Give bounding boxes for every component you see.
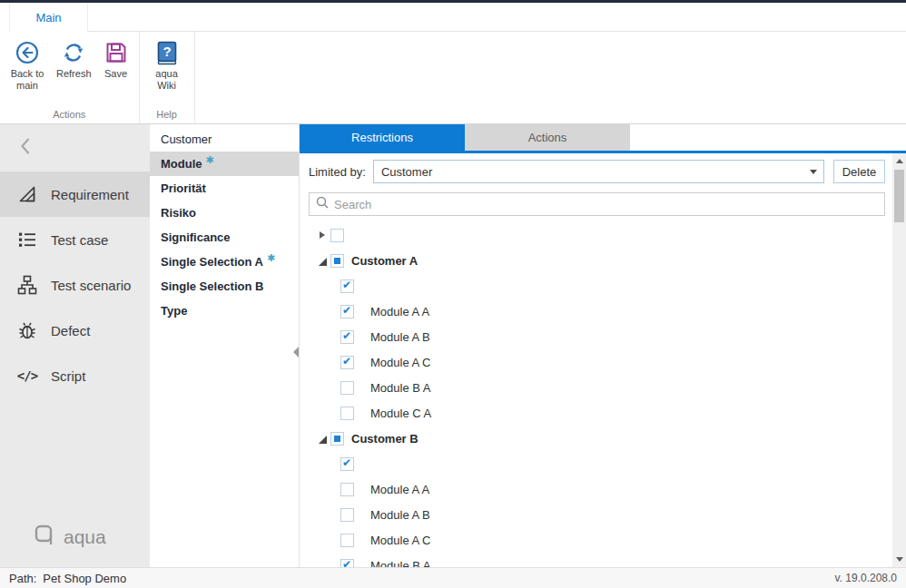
expander-spacer bbox=[326, 330, 340, 344]
tree-expanded-arrow-icon[interactable] bbox=[316, 254, 330, 268]
checkbox-checked[interactable] bbox=[340, 457, 354, 471]
tab-restrictions[interactable]: Restrictions bbox=[300, 124, 465, 151]
tree-node-label: Customer A bbox=[351, 254, 418, 268]
field-item[interactable]: Risiko bbox=[150, 201, 299, 225]
vertical-scrollbar[interactable] bbox=[892, 153, 906, 567]
tree-row[interactable]: Module B A bbox=[300, 553, 892, 567]
sidebar-collapse-button[interactable] bbox=[0, 124, 150, 172]
sidebar-item-label: Requirement bbox=[51, 187, 129, 202]
tree-row[interactable]: Module A C bbox=[300, 527, 892, 553]
field-item[interactable]: Priorität bbox=[150, 176, 299, 201]
field-item[interactable]: Type bbox=[150, 299, 299, 323]
code-icon: </> bbox=[16, 365, 38, 387]
checkbox-partial[interactable] bbox=[330, 254, 344, 268]
field-label: Priorität bbox=[161, 181, 206, 195]
tree-row[interactable]: Module A A bbox=[300, 299, 892, 324]
tab-actions[interactable]: Actions bbox=[465, 124, 630, 151]
checkbox-partial[interactable] bbox=[330, 432, 344, 446]
modified-asterisk-icon: ✱ bbox=[206, 154, 214, 166]
expander-spacer bbox=[326, 508, 340, 522]
panel-collapse-arrow[interactable] bbox=[293, 345, 302, 359]
status-bar: Path: Pet Shop Demo v. 19.0.208.0 bbox=[0, 567, 906, 588]
tree-row[interactable] bbox=[300, 451, 892, 476]
expander-spacer bbox=[326, 559, 340, 568]
tree-row[interactable]: Customer B bbox=[300, 426, 892, 451]
scroll-up-arrow[interactable] bbox=[892, 154, 906, 168]
checklist-icon bbox=[16, 229, 38, 250]
ribbon-group-label: Actions bbox=[2, 109, 137, 123]
checkbox-unchecked[interactable] bbox=[340, 407, 354, 420]
expander-spacer bbox=[326, 356, 340, 369]
scroll-thumb[interactable] bbox=[894, 170, 904, 222]
ribbon: Back to main Refresh bbox=[0, 32, 906, 124]
tree-row[interactable]: Module A B bbox=[300, 502, 892, 527]
sidebar-item-label: Test scenario bbox=[51, 278, 131, 293]
search-icon bbox=[316, 196, 329, 212]
tree-row[interactable]: Module B A bbox=[300, 375, 892, 400]
aqua-wiki-button[interactable]: ? aqua Wiki bbox=[142, 36, 192, 94]
scroll-down-arrow[interactable] bbox=[892, 553, 906, 566]
checkbox-unchecked[interactable] bbox=[340, 483, 354, 496]
restriction-tree: Customer AModule A AModule A BModule A C… bbox=[300, 222, 892, 567]
aqua-logo-text: aqua bbox=[64, 526, 106, 548]
sidebar-item-script[interactable]: </> Script bbox=[0, 353, 150, 398]
field-item[interactable]: Significance bbox=[150, 225, 299, 250]
checkbox-unchecked[interactable] bbox=[340, 508, 354, 522]
expander-spacer bbox=[326, 407, 340, 420]
sidebar-item-label: Script bbox=[51, 368, 85, 384]
tree-row[interactable]: Module A B bbox=[300, 324, 892, 349]
expander-spacer bbox=[326, 305, 340, 318]
tree-row[interactable] bbox=[300, 222, 892, 248]
tree-row[interactable]: Module A A bbox=[300, 476, 892, 502]
checkbox-unchecked[interactable] bbox=[340, 534, 354, 547]
main-tab-bar: Restrictions Actions bbox=[300, 124, 906, 151]
back-to-main-button[interactable]: Back to main bbox=[2, 36, 53, 94]
refresh-button[interactable]: Refresh bbox=[53, 36, 95, 83]
sidebar-item-test-scenario[interactable]: Test scenario bbox=[0, 262, 150, 308]
field-item[interactable]: Single Selection A✱ bbox=[150, 250, 299, 274]
tree-row[interactable] bbox=[300, 273, 892, 299]
expander-spacer bbox=[326, 534, 340, 547]
checkbox-checked[interactable] bbox=[340, 356, 354, 369]
dropdown-value: Customer bbox=[381, 165, 803, 179]
search-input[interactable] bbox=[334, 198, 878, 211]
sidebar-item-test-case[interactable]: Test case bbox=[0, 217, 150, 262]
sidebar: Requirement Test case bbox=[0, 124, 150, 567]
field-item[interactable]: Module✱ bbox=[150, 152, 299, 176]
tree-collapsed-arrow-icon[interactable] bbox=[316, 229, 330, 242]
wiki-help-icon: ? bbox=[156, 39, 178, 66]
field-label: Type bbox=[161, 304, 187, 318]
status-path: Path: Pet Shop Demo bbox=[9, 572, 126, 585]
checkbox-checked[interactable] bbox=[340, 305, 354, 318]
sidebar-item-defect[interactable]: Defect bbox=[0, 308, 150, 353]
tree-row[interactable]: Module A C bbox=[300, 349, 892, 375]
tree-row[interactable]: Module C A bbox=[300, 400, 892, 426]
checkbox-checked[interactable] bbox=[340, 279, 354, 293]
tree-row[interactable]: Customer A bbox=[300, 248, 892, 273]
limited-by-dropdown[interactable]: Customer bbox=[373, 160, 824, 183]
field-item[interactable]: Customer bbox=[150, 127, 299, 152]
save-button[interactable]: Save bbox=[95, 36, 137, 83]
main-panel: Restrictions Actions Limited by: Custome… bbox=[300, 124, 906, 567]
tree-node-label: Module B A bbox=[370, 381, 431, 395]
field-label: Significance bbox=[161, 230, 231, 244]
ribbon-group-actions: Back to main Refresh bbox=[0, 32, 140, 123]
tree-node-label: Customer B bbox=[351, 432, 419, 446]
version-label: v. 19.0.208.0 bbox=[835, 572, 898, 584]
field-item[interactable]: Single Selection B bbox=[150, 274, 299, 299]
tree-expanded-arrow-icon[interactable] bbox=[316, 432, 330, 446]
checkbox-checked[interactable] bbox=[340, 559, 354, 568]
sidebar-item-requirement[interactable]: Requirement bbox=[0, 172, 150, 217]
button-label: Back to main bbox=[5, 68, 49, 92]
expander-spacer bbox=[326, 279, 340, 293]
set-square-icon bbox=[16, 183, 38, 205]
ribbon-tab-main[interactable]: Main bbox=[9, 3, 88, 32]
checkbox-unchecked[interactable] bbox=[330, 229, 344, 242]
expander-spacer bbox=[326, 457, 340, 471]
tree-node-label: Module B A bbox=[370, 559, 431, 568]
ribbon-group-help: ? aqua Wiki Help bbox=[140, 32, 195, 123]
checkbox-unchecked[interactable] bbox=[340, 381, 354, 395]
field-label: Single Selection A bbox=[161, 255, 263, 269]
delete-button[interactable]: Delete bbox=[833, 160, 885, 183]
checkbox-checked[interactable] bbox=[340, 330, 354, 344]
